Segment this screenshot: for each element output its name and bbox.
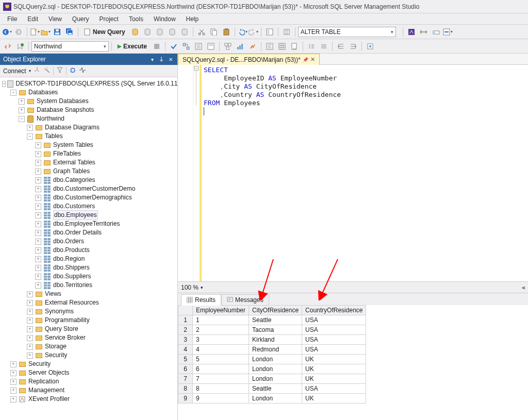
db-query-button-5[interactable]: [179, 26, 190, 38]
db-query-button-2[interactable]: [142, 26, 153, 38]
include-plan-button[interactable]: [222, 41, 234, 52]
uncomment-button[interactable]: [318, 41, 329, 52]
connect-icon-1[interactable]: [34, 66, 41, 75]
table-row[interactable]: 55LondonUK: [178, 355, 366, 364]
tree-table-6: +dbo.Order Details: [2, 228, 177, 237]
menu-edit[interactable]: Edit: [22, 14, 43, 24]
menu-file[interactable]: File: [2, 14, 22, 24]
table-row[interactable]: 11SeattleUSA: [178, 315, 366, 325]
available-db-button[interactable]: [14, 41, 26, 52]
results-tab[interactable]: Results: [181, 294, 221, 306]
include-client-stats-button[interactable]: [247, 41, 258, 52]
svg-rect-28: [433, 31, 435, 34]
svg-rect-44: [279, 43, 285, 49]
include-stats-button[interactable]: [235, 41, 246, 52]
stop-button[interactable]: [151, 41, 162, 52]
registered-servers-button[interactable]: [281, 26, 292, 38]
sql-editor[interactable]: − SELECT EmployeeID AS EmployeeNumber ,C…: [178, 65, 528, 281]
close-tab-icon[interactable]: ✕: [310, 56, 315, 63]
tree-table-12: +dbo.Territories: [2, 281, 177, 290]
execute-button[interactable]: ▶Execute: [114, 42, 150, 51]
table-row[interactable]: 66LondonUK: [178, 364, 366, 374]
svg-rect-9: [69, 33, 72, 35]
paste-button[interactable]: [221, 26, 232, 38]
indent-button[interactable]: [335, 41, 346, 52]
cut-button[interactable]: [196, 26, 207, 38]
refresh-icon[interactable]: [69, 66, 76, 75]
intellisense-button[interactable]: [205, 41, 217, 52]
results-grid-button[interactable]: [276, 41, 288, 52]
table-row[interactable]: 99LondonUK: [178, 394, 366, 404]
table-row[interactable]: 77LondonUK: [178, 374, 366, 384]
filter-icon[interactable]: [56, 66, 63, 75]
panel-options-icon[interactable]: ▾: [148, 56, 156, 63]
svg-rect-26: [420, 30, 422, 33]
activity-icon[interactable]: [79, 66, 86, 75]
svg-rect-25: [408, 29, 415, 35]
results-grid[interactable]: EmployeeNumber CityOfResidence CountryOf…: [178, 305, 528, 404]
db-query-button-3[interactable]: [154, 26, 166, 38]
nav-back-button[interactable]: ▾: [2, 28, 12, 36]
query-options-button[interactable]: [193, 41, 204, 52]
copy-button[interactable]: [208, 26, 220, 38]
menu-tools[interactable]: Tools: [124, 14, 148, 24]
menu-bar: File Edit View Query Project Tools Windo…: [0, 13, 528, 25]
svg-rect-21: [225, 28, 228, 30]
menu-window[interactable]: Window: [148, 14, 181, 24]
pin-icon[interactable]: 📌: [303, 57, 308, 62]
results-tabs: Results Messages: [178, 293, 528, 305]
outdent-button[interactable]: [348, 41, 359, 52]
parse-button[interactable]: [168, 41, 179, 52]
open-file-button[interactable]: ▾: [41, 28, 51, 36]
table-row[interactable]: 88SeattleUSA: [178, 384, 366, 394]
save-button[interactable]: [52, 26, 63, 38]
nav-fwd-button[interactable]: [13, 26, 24, 38]
tree-table-0: +dbo.Categories: [2, 176, 177, 184]
zoom-level[interactable]: 100 %: [181, 284, 199, 291]
menu-help[interactable]: Help: [181, 14, 204, 24]
connect-icon-2[interactable]: [43, 66, 51, 75]
menu-query[interactable]: Query: [67, 14, 94, 24]
svg-rect-49: [227, 297, 233, 301]
save-all-button[interactable]: [64, 26, 75, 38]
change-connection-button[interactable]: [2, 41, 13, 52]
panel-pin-icon[interactable]: [158, 56, 165, 63]
redo-button[interactable]: ▾: [249, 28, 258, 36]
undo-button[interactable]: ▾: [238, 28, 248, 36]
results-file-button[interactable]: [289, 41, 300, 52]
svg-rect-42: [241, 44, 243, 49]
svg-rect-10: [85, 29, 90, 35]
panel-close-icon[interactable]: ✕: [167, 56, 174, 63]
object-explorer-tree[interactable]: −DESKTOP-TD1FBDO\SQLEXPRESS (SQL Server …: [0, 77, 177, 420]
query-tab[interactable]: SQLQuery2.sql - DE...FBDO\Marijan (53))*…: [178, 54, 320, 65]
new-query-button[interactable]: New Query: [81, 26, 128, 38]
new-file-button[interactable]: ▾: [30, 28, 40, 36]
database-combo[interactable]: Northwind: [31, 41, 109, 52]
display-plan-button[interactable]: [180, 41, 192, 52]
db-query-button-1[interactable]: [129, 26, 141, 38]
tree-table-8: +dbo.Products: [2, 246, 177, 255]
tree-table-11: +dbo.Suppliers: [2, 272, 177, 281]
menu-view[interactable]: View: [43, 14, 67, 24]
db-query-button-4[interactable]: [167, 26, 178, 38]
document-tabs: SQLQuery2.sql - DE...FBDO\Marijan (53))*…: [178, 54, 528, 65]
svg-point-30: [21, 43, 24, 46]
specify-values-button[interactable]: [365, 41, 376, 52]
menu-project[interactable]: Project: [94, 14, 124, 24]
svg-rect-39: [226, 47, 229, 49]
results-text-button[interactable]: [264, 41, 275, 52]
tool-btn-1[interactable]: [406, 26, 417, 38]
tool-btn-3[interactable]: [431, 26, 442, 38]
table-row[interactable]: 33KirklandUSA: [178, 335, 366, 345]
properties-button[interactable]: [264, 26, 275, 38]
tool-btn-2[interactable]: [418, 26, 430, 38]
table-row[interactable]: 44RedmondUSA: [178, 345, 366, 355]
alter-table-combo[interactable]: ALTER TABLE: [298, 27, 396, 37]
tool-btn-4[interactable]: ▾: [443, 28, 453, 36]
svg-rect-20: [224, 29, 229, 35]
table-row[interactable]: 22TacomaUSA: [178, 325, 366, 335]
connect-label[interactable]: Connect: [3, 68, 26, 75]
messages-tab[interactable]: Messages: [221, 294, 269, 306]
window-title: SQLQuery2.sql - DESKTOP-TD1FBDO\SQLEXPRE…: [13, 3, 419, 10]
comment-button[interactable]: [306, 41, 317, 52]
